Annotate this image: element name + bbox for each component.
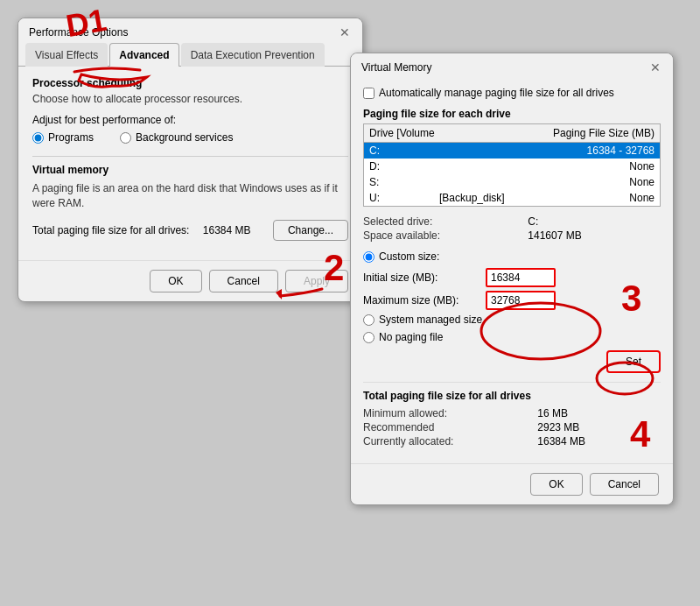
processor-section-title: Processor scheduling — [32, 77, 348, 89]
volume-c — [439, 144, 509, 157]
perf-cancel-button[interactable]: Cancel — [209, 270, 278, 292]
virtual-memory-window: Virtual Memory ✕ Automatically manage pa… — [350, 53, 674, 505]
paging-table-header: Drive [Volume Paging File Size (MB) — [364, 124, 660, 143]
system-managed-label: System managed size — [379, 314, 482, 326]
tab-dep[interactable]: Data Execution Prevention — [181, 43, 325, 67]
programs-radio[interactable] — [32, 132, 44, 144]
processor-desc: Choose how to allocate processor resourc… — [32, 93, 348, 105]
no-paging-radio[interactable] — [363, 332, 374, 343]
recommended-value: 2923 MB — [537, 421, 661, 433]
custom-size-radio[interactable] — [363, 251, 374, 263]
programs-label: Programs — [48, 131, 94, 144]
total-paging-grid: Minimum allowed: 16 MB Recommended 2923 … — [363, 407, 661, 447]
volume-u: [Backup_disk] — [439, 192, 509, 204]
selected-drive-value: C: — [528, 215, 661, 228]
recommended-label: Recommended — [363, 421, 528, 433]
auto-manage-checkbox[interactable] — [363, 88, 374, 99]
max-size-label: Maximum size (MB): — [363, 294, 486, 307]
min-allowed-label: Minimum allowed: — [363, 407, 528, 419]
drive-d: D: — [369, 160, 439, 173]
volume-d — [439, 160, 509, 173]
background-label: Background services — [136, 131, 233, 144]
section-divider — [32, 156, 348, 157]
perf-apply-button[interactable]: Apply — [285, 270, 348, 292]
initial-size-label: Initial size (MB): — [363, 271, 486, 284]
space-available-value: 141607 MB — [528, 229, 661, 242]
perf-content: Processor scheduling Choose how to alloc… — [18, 67, 362, 260]
total-paging-section: Total paging file size for all drives Mi… — [363, 382, 661, 447]
size-c: 16384 - 32768 — [509, 144, 654, 157]
vm-close-button[interactable]: ✕ — [648, 60, 662, 74]
vm-titlebar: Virtual Memory ✕ — [351, 53, 673, 78]
col-size-header: Paging File Size (MB) — [509, 127, 654, 139]
currently-allocated-value: 16384 MB — [537, 435, 661, 447]
processor-sub-label: Adjust for best performance of: — [32, 114, 348, 126]
auto-manage-row[interactable]: Automatically manage paging file size fo… — [363, 87, 661, 99]
processor-radio-group: Programs Background services — [32, 131, 348, 144]
drive-row-s[interactable]: S: None — [364, 174, 660, 190]
drive-row-d[interactable]: D: None — [364, 159, 660, 174]
perf-close-button[interactable]: ✕ — [338, 25, 352, 39]
max-size-row: Maximum size (MB): — [363, 291, 661, 310]
initial-size-row: Initial size (MB): — [363, 268, 661, 287]
volume-s — [439, 176, 509, 188]
paging-section-title: Paging file size for each drive — [363, 108, 661, 120]
custom-size-section: Custom size: Initial size (MB): Maximum … — [363, 250, 661, 343]
max-size-input[interactable] — [486, 291, 556, 310]
vm-total-row: Total paging file size for all drives: 1… — [32, 220, 348, 241]
set-button[interactable]: Set — [606, 350, 661, 373]
drive-c: C: — [369, 144, 439, 157]
perf-titlebar: Performance Options ✕ — [18, 18, 362, 43]
change-button[interactable]: Change... — [273, 220, 348, 241]
total-paging-title: Total paging file size for all drives — [363, 390, 661, 402]
vm-total-label: Total paging file size for all drives: — [32, 224, 189, 236]
selected-drive-label: Selected drive: — [363, 215, 519, 228]
system-managed-radio-row[interactable]: System managed size — [363, 314, 661, 326]
perf-tabs-bar: Visual Effects Advanced Data Execution P… — [18, 43, 362, 67]
background-option[interactable]: Background services — [120, 131, 233, 144]
vm-ok-button[interactable]: OK — [530, 473, 582, 496]
space-available-label: Space available: — [363, 229, 519, 242]
no-paging-label: No paging file — [379, 331, 443, 343]
vm-window-title: Virtual Memory — [361, 61, 431, 74]
vm-cancel-button[interactable]: Cancel — [590, 473, 659, 496]
drive-row-c[interactable]: C: 16384 - 32768 — [364, 143, 660, 159]
performance-options-window: Performance Options ✕ Visual Effects Adv… — [18, 18, 363, 302]
vm-title: Virtual memory — [32, 164, 348, 176]
background-radio[interactable] — [120, 132, 131, 144]
col-drive-header: Drive [Volume — [369, 127, 509, 139]
system-managed-radio[interactable] — [363, 314, 374, 326]
vm-window-content: Automatically manage paging file size fo… — [351, 78, 673, 463]
vm-section: Virtual memory A paging file is an area … — [32, 164, 348, 241]
no-paging-radio-row[interactable]: No paging file — [363, 331, 661, 343]
custom-size-label: Custom size: — [379, 250, 439, 263]
initial-size-input[interactable] — [486, 268, 556, 287]
size-s: None — [509, 176, 654, 188]
size-u: None — [509, 192, 654, 204]
paging-table: Drive [Volume Paging File Size (MB) C: 1… — [363, 123, 661, 207]
auto-manage-label: Automatically manage paging file size fo… — [379, 87, 614, 99]
vm-desc: A paging file is an area on the hard dis… — [32, 181, 348, 211]
programs-option[interactable]: Programs — [32, 131, 94, 144]
currently-allocated-label: Currently allocated: — [363, 435, 528, 447]
tab-advanced[interactable]: Advanced — [109, 43, 178, 67]
drive-s: S: — [369, 176, 439, 188]
drive-info-grid: Selected drive: C: Space available: 1416… — [363, 215, 661, 242]
vm-total-value: 16384 MB — [203, 224, 251, 236]
drive-u: U: — [369, 192, 439, 204]
vm-bottom-buttons: OK Cancel — [351, 463, 673, 504]
tab-visual-effects[interactable]: Visual Effects — [25, 43, 108, 67]
min-allowed-value: 16 MB — [537, 407, 661, 419]
custom-size-radio-row[interactable]: Custom size: — [363, 250, 661, 263]
size-d: None — [509, 160, 654, 173]
perf-bottom-buttons: OK Cancel Apply — [18, 260, 362, 301]
drive-row-u[interactable]: U: [Backup_disk] None — [364, 190, 660, 206]
perf-ok-button[interactable]: OK — [150, 270, 201, 292]
perf-title: Performance Options — [29, 26, 128, 39]
